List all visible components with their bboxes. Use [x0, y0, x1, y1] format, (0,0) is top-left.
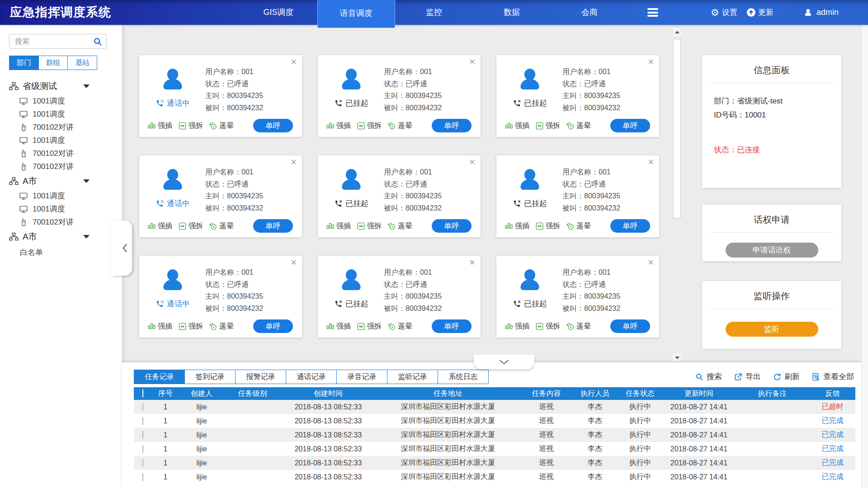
select-all-checkbox[interactable] — [142, 389, 143, 398]
close-icon[interactable]: × — [291, 258, 297, 267]
row-checkbox[interactable] — [142, 431, 143, 439]
tree-group-row[interactable]: A市 — [9, 229, 90, 245]
scroll-down-icon[interactable] — [673, 354, 681, 361]
sidebar-tab[interactable]: 基站 — [67, 56, 97, 70]
single-call-button[interactable]: 单呼 — [253, 319, 293, 333]
row-checkbox[interactable] — [142, 459, 143, 467]
single-call-button[interactable]: 单呼 — [253, 119, 293, 132]
record-tab[interactable]: 系统日志 — [438, 370, 489, 384]
tree-item[interactable]: 700102对讲 — [9, 216, 122, 229]
table-row[interactable]: 1 lijie 2018-08-13 08:52:33 深圳市福田区彩田村水源大… — [134, 442, 855, 456]
single-call-button[interactable]: 单呼 — [253, 219, 293, 233]
single-call-button[interactable]: 单呼 — [432, 219, 472, 233]
record-tab[interactable]: 通话记录 — [286, 370, 337, 384]
force-release-button[interactable]: 强拆 — [178, 322, 203, 331]
force-insert-button[interactable]: 强插 — [505, 221, 529, 231]
scroll-up-icon[interactable] — [673, 28, 681, 36]
table-row[interactable]: 1 lijie 2018-08-13 08:52:33 深圳市福田区彩田村水源大… — [134, 400, 855, 414]
hamburger-menu-icon[interactable] — [647, 8, 658, 17]
force-release-button[interactable]: 强拆 — [535, 121, 560, 131]
close-icon[interactable]: × — [291, 157, 297, 167]
single-call-button[interactable]: 单呼 — [432, 319, 472, 333]
single-call-button[interactable]: 单呼 — [610, 119, 650, 132]
remote-stun-button[interactable]: 遥晕 — [209, 221, 234, 231]
tree-group-row[interactable]: A市 — [9, 173, 90, 189]
tree-group-row[interactable]: 省级测试 — [9, 78, 90, 94]
force-insert-button[interactable]: 强插 — [147, 121, 172, 131]
table-row[interactable]: 1 lijie 2018-08-13 08:52:33 深圳市福田区彩田村水源大… — [134, 470, 855, 484]
remote-stun-button[interactable]: 遥晕 — [566, 322, 591, 331]
row-checkbox[interactable] — [142, 473, 143, 481]
update-button[interactable]: 更新 — [747, 0, 774, 25]
scrollbar-thumb[interactable] — [673, 39, 681, 219]
single-call-button[interactable]: 单呼 — [432, 119, 472, 132]
cards-scrollbar[interactable] — [673, 28, 681, 361]
force-release-button[interactable]: 强拆 — [535, 221, 560, 231]
force-insert-button[interactable]: 强插 — [326, 221, 351, 231]
force-release-button[interactable]: 强拆 — [178, 121, 203, 131]
force-insert-button[interactable]: 强插 — [326, 322, 351, 331]
force-insert-button[interactable]: 强插 — [147, 221, 172, 231]
tree-item[interactable]: 700102对讲 — [9, 160, 122, 173]
close-icon[interactable]: × — [648, 157, 654, 167]
table-row[interactable]: 1 lijie 2018-08-13 08:52:33 深圳市福田区彩田村水源大… — [134, 456, 855, 470]
record-tab[interactable]: 报警记录 — [235, 370, 286, 384]
close-icon[interactable]: × — [648, 258, 654, 267]
force-release-button[interactable]: 强拆 — [178, 221, 203, 231]
force-release-button[interactable]: 强拆 — [357, 322, 382, 331]
record-tab[interactable]: 监听记录 — [387, 370, 438, 384]
sidebar-tab[interactable]: 部门 — [9, 56, 39, 70]
row-checkbox[interactable] — [142, 417, 143, 425]
close-icon[interactable]: × — [291, 57, 297, 67]
row-checkbox[interactable] — [142, 445, 143, 453]
page-scrollbar[interactable] — [861, 25, 868, 488]
remote-stun-button[interactable]: 遥晕 — [387, 322, 412, 331]
search-input[interactable] — [9, 34, 107, 49]
settings-button[interactable]: ⚙ 设置 — [711, 0, 737, 25]
force-release-button[interactable]: 强拆 — [357, 221, 382, 231]
sidebar-collapse-handle[interactable] — [111, 221, 132, 276]
monitor-button[interactable]: 监听 — [726, 322, 818, 337]
force-insert-button[interactable]: 强插 — [505, 121, 529, 131]
single-call-button[interactable]: 单呼 — [610, 319, 650, 333]
nav-item-3[interactable]: 数据 — [473, 0, 551, 25]
nav-item-2[interactable]: 监控 — [395, 0, 473, 25]
remote-stun-button[interactable]: 遥晕 — [209, 322, 234, 331]
remote-stun-button[interactable]: 遥晕 — [566, 221, 591, 231]
close-icon[interactable]: × — [469, 258, 475, 267]
view-all-button[interactable]: 查看全部 — [811, 371, 854, 382]
tree-item[interactable]: 1001调度 — [9, 134, 122, 147]
sidebar-tab[interactable]: 群组 — [38, 56, 68, 70]
tree-item[interactable]: 700102对讲 — [9, 121, 122, 134]
row-checkbox[interactable] — [142, 403, 143, 411]
close-icon[interactable]: × — [469, 157, 475, 167]
force-release-button[interactable]: 强拆 — [357, 121, 382, 131]
search-button[interactable]: 搜索 — [695, 371, 722, 382]
caret-down-icon[interactable] — [83, 84, 90, 88]
tree-item[interactable]: 700102对讲 — [9, 147, 122, 160]
caret-down-icon[interactable] — [83, 179, 90, 183]
table-row[interactable]: 1 lijie 2018-08-13 08:52:33 深圳市福田区彩田村水源大… — [134, 414, 855, 428]
export-button[interactable]: 导出 — [734, 371, 761, 382]
tree-item[interactable]: 白名单 — [9, 245, 122, 260]
user-menu[interactable]: admin — [804, 0, 839, 25]
record-tab[interactable]: 任务记录 — [134, 370, 185, 384]
search-icon[interactable] — [93, 37, 103, 47]
bottom-panel-collapse-handle[interactable] — [474, 355, 534, 369]
tree-item[interactable]: 1001调度 — [9, 108, 122, 121]
single-call-button[interactable]: 单呼 — [610, 219, 650, 233]
nav-item-4[interactable]: 会商 — [551, 0, 628, 25]
nav-item-1[interactable]: 语音调度 — [317, 0, 395, 28]
close-icon[interactable]: × — [648, 57, 654, 67]
tree-item[interactable]: 1001调度 — [9, 94, 122, 108]
remote-stun-button[interactable]: 遥晕 — [566, 121, 591, 131]
apply-talk-right-button[interactable]: 申请话语权 — [726, 243, 818, 258]
force-insert-button[interactable]: 强插 — [505, 322, 529, 331]
record-tab[interactable]: 签到记录 — [184, 370, 236, 384]
remote-stun-button[interactable]: 遥晕 — [387, 221, 412, 231]
close-icon[interactable]: × — [469, 57, 475, 67]
remote-stun-button[interactable]: 遥晕 — [387, 121, 412, 131]
refresh-button[interactable]: 刷新 — [773, 371, 800, 382]
tree-item[interactable]: 1001调度 — [9, 189, 122, 202]
force-insert-button[interactable]: 强插 — [147, 322, 172, 331]
